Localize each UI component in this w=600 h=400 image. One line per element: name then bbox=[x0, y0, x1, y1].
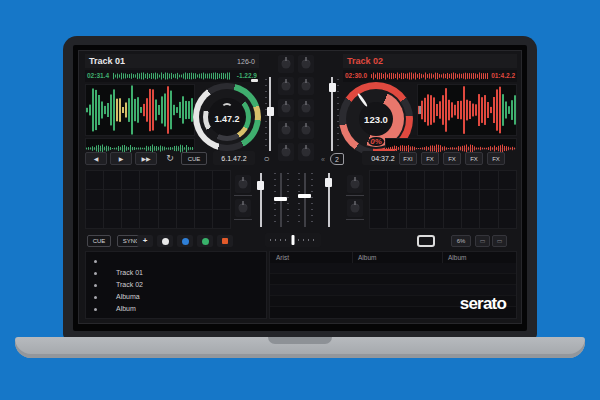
pad-cell[interactable] bbox=[480, 190, 497, 208]
table-row[interactable] bbox=[270, 274, 516, 285]
fx-button-2[interactable]: FX bbox=[421, 152, 439, 165]
circle-icon[interactable]: ○ bbox=[260, 152, 273, 165]
pad-cell[interactable] bbox=[159, 210, 176, 228]
pad-cell[interactable] bbox=[140, 190, 157, 208]
hotcue-blue-button[interactable] bbox=[177, 235, 193, 247]
eq-knob-1-4[interactable] bbox=[278, 121, 294, 139]
back-icon[interactable]: « bbox=[318, 153, 328, 165]
deck-right-main-waveform[interactable] bbox=[417, 84, 517, 136]
pad-cell[interactable] bbox=[444, 190, 461, 208]
pad-cell[interactable] bbox=[86, 210, 103, 228]
pad-cell[interactable] bbox=[104, 210, 121, 228]
slip-loop-icon[interactable]: 2 bbox=[330, 153, 344, 165]
pad-cell[interactable] bbox=[195, 210, 212, 228]
hotcue-green-button[interactable] bbox=[197, 235, 213, 247]
performance-pads-left[interactable] bbox=[85, 170, 231, 229]
pad-cell[interactable] bbox=[407, 190, 424, 208]
channel-fader-right-handle[interactable] bbox=[298, 194, 311, 198]
deck-left-prev-button[interactable]: ◀ bbox=[85, 152, 107, 165]
deck-left-ffwd-button[interactable]: ▶▶ bbox=[135, 152, 157, 165]
performance-pads-right[interactable] bbox=[369, 170, 517, 229]
pad-cell[interactable] bbox=[122, 171, 139, 189]
pad-cell[interactable] bbox=[499, 210, 516, 228]
pad-cell[interactable] bbox=[462, 171, 479, 189]
crossfader-handle[interactable] bbox=[292, 235, 295, 245]
loop-icon[interactable]: ↻ bbox=[163, 152, 177, 165]
pad-cell[interactable] bbox=[388, 190, 405, 208]
eq-knob-2-3[interactable] bbox=[298, 99, 314, 117]
filter-knob-left-1[interactable] bbox=[235, 175, 251, 193]
filter-knob-right-1[interactable] bbox=[347, 175, 363, 193]
table-row[interactable] bbox=[270, 263, 516, 274]
layout-icon[interactable]: ▭ bbox=[475, 235, 490, 247]
pad-cell[interactable] bbox=[140, 210, 157, 228]
pad-cell[interactable] bbox=[213, 210, 230, 228]
pad-cell[interactable] bbox=[480, 171, 497, 189]
column-header-artist[interactable]: Arist bbox=[276, 254, 289, 261]
pad-cell[interactable] bbox=[370, 210, 387, 228]
pad-cell[interactable] bbox=[159, 171, 176, 189]
volume-fader-left-handle[interactable] bbox=[257, 181, 264, 190]
crate-row-track01[interactable]: Track 01 bbox=[86, 268, 266, 279]
crate-row-albuma[interactable]: Albuma bbox=[86, 292, 266, 303]
fx-button-4[interactable]: FX bbox=[465, 152, 483, 165]
fx-button-5[interactable]: FX bbox=[487, 152, 505, 165]
pad-cell[interactable] bbox=[425, 210, 442, 228]
filter-knob-right-2[interactable] bbox=[347, 199, 363, 217]
pitch-fader-right-handle[interactable] bbox=[329, 83, 336, 92]
eq-knob-1-1[interactable] bbox=[278, 55, 294, 73]
eq-knob-2-4[interactable] bbox=[298, 121, 314, 139]
pad-cell[interactable] bbox=[86, 171, 103, 189]
channel-fader-left-handle[interactable] bbox=[274, 197, 287, 201]
pitch-fader-left-handle[interactable] bbox=[267, 107, 274, 116]
volume-fader-right-handle[interactable] bbox=[325, 178, 332, 187]
pad-cell[interactable] bbox=[140, 171, 157, 189]
crate-row-track02[interactable]: Track 02 bbox=[86, 280, 266, 291]
fx-button-1[interactable]: FXI bbox=[399, 152, 417, 165]
crate-row[interactable] bbox=[86, 256, 266, 267]
hotcue-orange-button[interactable] bbox=[217, 235, 233, 247]
pad-cell[interactable] bbox=[425, 190, 442, 208]
pad-cell[interactable] bbox=[407, 210, 424, 228]
pad-cell[interactable] bbox=[388, 210, 405, 228]
pad-cell[interactable] bbox=[480, 210, 497, 228]
deck-left-main-waveform[interactable] bbox=[85, 84, 195, 136]
pad-cell[interactable] bbox=[370, 171, 387, 189]
crate-row-album[interactable]: Album bbox=[86, 304, 266, 315]
deck-left-overview[interactable]: 02:31.4 -1.22.9 bbox=[85, 70, 259, 82]
record-panel-icon[interactable] bbox=[417, 235, 435, 247]
pad-cell[interactable] bbox=[177, 210, 194, 228]
deck-left-cue-button[interactable]: CUE bbox=[181, 152, 207, 165]
pad-cell[interactable] bbox=[159, 190, 176, 208]
eq-knob-2-1[interactable] bbox=[298, 55, 314, 73]
hotcue-white-button[interactable] bbox=[157, 235, 173, 247]
pad-cell[interactable] bbox=[444, 210, 461, 228]
pad-cell[interactable] bbox=[177, 171, 194, 189]
pad-cell[interactable] bbox=[104, 171, 121, 189]
pad-cell[interactable] bbox=[195, 190, 212, 208]
crossfader[interactable] bbox=[265, 233, 321, 247]
pad-cell[interactable] bbox=[86, 190, 103, 208]
pad-cell[interactable] bbox=[213, 171, 230, 189]
eq-knob-2-2[interactable] bbox=[298, 77, 314, 95]
pad-cell[interactable] bbox=[177, 190, 194, 208]
pad-cell[interactable] bbox=[444, 171, 461, 189]
column-header-album-1[interactable]: Album bbox=[358, 254, 376, 261]
channel-fader-right[interactable] bbox=[304, 173, 306, 227]
pad-cell[interactable] bbox=[499, 190, 516, 208]
pad-cell[interactable] bbox=[195, 171, 212, 189]
percent-button[interactable]: 6% bbox=[451, 235, 471, 247]
add-cue-button[interactable]: + bbox=[137, 235, 153, 247]
pad-cell[interactable] bbox=[462, 190, 479, 208]
eq-knob-1-3[interactable] bbox=[278, 99, 294, 117]
pad-cell[interactable] bbox=[407, 171, 424, 189]
pad-cell[interactable] bbox=[425, 171, 442, 189]
pad-cell[interactable] bbox=[388, 171, 405, 189]
eq-knob-2-5[interactable] bbox=[298, 143, 314, 161]
pad-cell[interactable] bbox=[122, 190, 139, 208]
eq-knob-1-2[interactable] bbox=[278, 77, 294, 95]
pad-cell[interactable] bbox=[499, 171, 516, 189]
cue-button[interactable]: CUE bbox=[87, 235, 111, 247]
pad-cell[interactable] bbox=[122, 210, 139, 228]
column-header-album-2[interactable]: Album bbox=[448, 254, 466, 261]
